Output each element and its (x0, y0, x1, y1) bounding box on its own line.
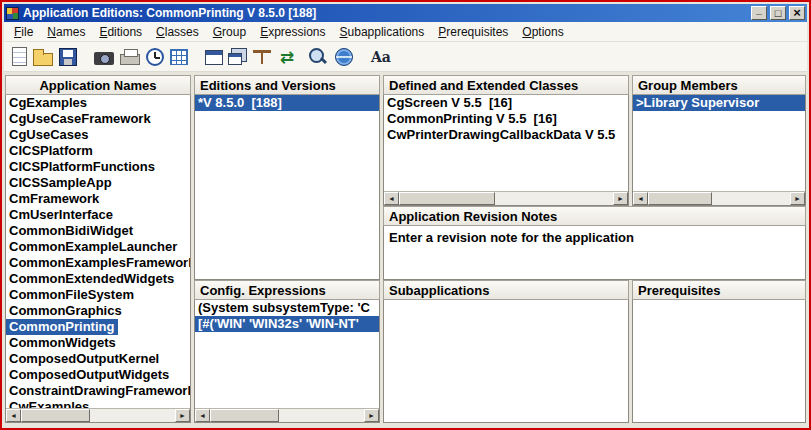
editions-header: Editions and Versions (194, 75, 380, 95)
app-icon (6, 7, 19, 20)
scroll-track[interactable] (648, 192, 790, 205)
application-name-item[interactable]: CommonGraphics (6, 303, 190, 319)
open-icon[interactable] (33, 53, 53, 66)
application-name-item[interactable]: CgUseCaseFramework (6, 111, 190, 127)
application-name-item[interactable]: ConstraintDrawingFramework (6, 383, 190, 399)
class-item[interactable]: CgScreen V 5.5 [16] (384, 95, 628, 111)
scroll-thumb[interactable] (399, 192, 495, 205)
application-name-item[interactable]: CmFramework (6, 191, 190, 207)
application-name-item[interactable]: CmUserInterface (6, 207, 190, 223)
printer-icon[interactable] (120, 54, 140, 65)
revision-notes-text[interactable]: Enter a revision note for the applicatio… (383, 226, 806, 280)
prerequisites-pane: Prerequisites (632, 280, 806, 423)
editions-body: *V 8.5.0 [188] (194, 95, 380, 280)
scroll-right-arrow[interactable] (364, 409, 379, 422)
subapplications-header: Subapplications (383, 280, 629, 300)
application-name-item[interactable]: CICSPlatformFunctions (6, 159, 190, 175)
application-name-item[interactable]: CommonBidiWidget (6, 223, 190, 239)
horizontal-scrollbar[interactable] (6, 408, 190, 422)
group-members-list[interactable]: >Library Supervisor (633, 95, 805, 191)
prerequisites-list[interactable] (633, 300, 805, 422)
subapplications-list[interactable] (384, 300, 628, 422)
scroll-thumb[interactable] (210, 409, 279, 422)
group-members-header: Group Members (632, 75, 806, 95)
scroll-left-arrow[interactable] (384, 192, 399, 205)
class-item[interactable]: CwPrinterDrawingCallbackData V 5.5 (384, 127, 628, 143)
application-name-item[interactable]: ComposedOutputWidgets (6, 367, 190, 383)
cascade-icon[interactable] (228, 53, 242, 65)
scroll-track[interactable] (399, 192, 613, 205)
menu-options[interactable]: Options (515, 23, 570, 41)
classes-and-group-row: Defined and Extended Classes CgScreen V … (383, 75, 806, 206)
scroll-track[interactable] (210, 409, 364, 422)
globe-icon[interactable] (335, 48, 353, 66)
scroll-track[interactable] (21, 409, 175, 422)
defined-classes-header: Defined and Extended Classes (383, 75, 629, 95)
group-member-item[interactable]: >Library Supervisor (633, 95, 805, 111)
menu-prerequisites[interactable]: Prerequisites (431, 23, 515, 41)
application-name-item[interactable]: CICSPlatform (6, 143, 190, 159)
scroll-left-arrow[interactable] (633, 192, 648, 205)
class-item[interactable]: CommonPrinting V 5.5 [16] (384, 111, 628, 127)
grid-icon[interactable] (170, 49, 188, 65)
scroll-thumb[interactable] (21, 409, 90, 422)
font-icon[interactable] (370, 46, 392, 68)
application-name-item[interactable]: CommonExtendedWidgets (6, 271, 190, 287)
horizontal-scrollbar[interactable] (195, 408, 379, 422)
application-name-item[interactable]: CommonExamplesFramework (6, 255, 190, 271)
config-expression-item[interactable]: (System subsystemType: 'C (195, 300, 379, 316)
application-names-body: CgExamplesCgUseCaseFrameworkCgUseCasesCI… (5, 95, 191, 423)
maximize-button[interactable] (770, 6, 786, 20)
refresh-icon[interactable] (279, 46, 301, 68)
subapps-and-prereqs-row: Subapplications Prerequisites (383, 280, 806, 423)
config-expressions-list[interactable]: (System subsystemType: 'C[#('WIN' 'WIN32… (195, 300, 379, 408)
config-expression-item[interactable]: [#('WIN' 'WIN32s' 'WIN-NT' (195, 316, 379, 332)
menu-editions[interactable]: Editions (92, 23, 149, 41)
window-title: Application Editions: CommonPrinting V 8… (22, 6, 748, 20)
scales-icon[interactable] (251, 46, 273, 68)
menu-group[interactable]: Group (206, 23, 253, 41)
camera-icon[interactable] (94, 52, 114, 65)
menu-file[interactable]: File (7, 23, 40, 41)
scroll-right-arrow[interactable] (790, 192, 805, 205)
application-name-item[interactable]: ComposedOutputKernel (6, 351, 190, 367)
application-name-item[interactable]: CommonWidgets (6, 335, 190, 351)
editions-column: Editions and Versions *V 8.5.0 [188] Con… (194, 75, 380, 423)
revision-notes-header: Application Revision Notes (383, 206, 806, 226)
scroll-left-arrow[interactable] (195, 409, 210, 422)
scroll-right-arrow[interactable] (175, 409, 190, 422)
menu-classes[interactable]: Classes (149, 23, 206, 41)
config-expressions-body: (System subsystemType: 'C[#('WIN' 'WIN32… (194, 300, 380, 423)
edition-item[interactable]: *V 8.5.0 [188] (195, 95, 379, 111)
menu-names[interactable]: Names (40, 23, 92, 41)
application-name-item[interactable]: CwExamples (6, 399, 190, 408)
close-button[interactable] (789, 6, 805, 20)
defined-classes-pane: Defined and Extended Classes CgScreen V … (383, 75, 629, 206)
menu-subapplications[interactable]: Subapplications (333, 23, 432, 41)
application-name-item[interactable]: CgUseCases (6, 127, 190, 143)
editions-list[interactable]: *V 8.5.0 [188] (195, 95, 379, 279)
application-name-item[interactable]: CommonFileSystem (6, 287, 190, 303)
defined-classes-body: CgScreen V 5.5 [16]CommonPrinting V 5.5 … (383, 95, 629, 206)
defined-classes-list[interactable]: CgScreen V 5.5 [16]CommonPrinting V 5.5 … (384, 95, 628, 191)
scroll-right-arrow[interactable] (613, 192, 628, 205)
minimize-button[interactable] (751, 6, 767, 20)
scroll-thumb[interactable] (648, 192, 712, 205)
toolbar (4, 42, 807, 72)
application-name-item[interactable]: CommonPrinting (6, 319, 118, 335)
horizontal-scrollbar[interactable] (384, 191, 628, 205)
subapplications-pane: Subapplications (383, 280, 629, 423)
application-name-item[interactable]: CICSSampleApp (6, 175, 190, 191)
menu-expressions[interactable]: Expressions (253, 23, 332, 41)
save-icon[interactable] (59, 48, 77, 66)
window-icon[interactable] (205, 50, 223, 65)
new-icon[interactable] (12, 47, 27, 66)
horizontal-scrollbar[interactable] (633, 191, 805, 205)
titlebar[interactable]: Application Editions: CommonPrinting V 8… (4, 4, 807, 22)
scroll-left-arrow[interactable] (6, 409, 21, 422)
clock-icon[interactable] (146, 48, 164, 66)
application-names-list[interactable]: CgExamplesCgUseCaseFrameworkCgUseCasesCI… (6, 95, 190, 408)
application-name-item[interactable]: CgExamples (6, 95, 190, 111)
application-name-item[interactable]: CommonExampleLauncher (6, 239, 190, 255)
search-icon[interactable] (307, 46, 329, 68)
